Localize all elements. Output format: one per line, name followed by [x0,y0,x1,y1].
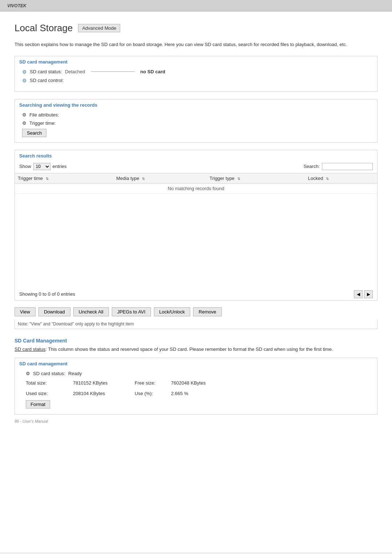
used-size-label: Used size: [26,390,73,397]
trigger-time-label: Trigger time: [29,120,56,126]
sort-arrows-locked[interactable]: ⇅ [326,177,329,181]
col-trigger-time-label: Trigger time [18,176,43,181]
sd-card-management-content: ⚙ SD card status: Detached no SD card ⚙ … [15,66,377,91]
searching-box: Searching and viewing the records ⚙ File… [15,99,377,143]
view-button[interactable]: View [15,307,36,316]
top-bar: VIVOTEK [0,0,392,12]
sd-mgmt-status-label: SD card status: [33,371,65,376]
sort-arrows-trigger-type[interactable]: ⇅ [237,177,240,181]
results-header-right: Search: [303,163,373,170]
col-media-type: Media type ⇅ [113,173,207,183]
used-size-value: 208104 KBytes [73,390,135,397]
format-button[interactable]: Format [26,400,50,409]
show-label: Show [19,164,31,169]
next-page-button[interactable]: ▶ [364,290,373,298]
action-buttons-row: View Download Uncheck All JPEGs to AVI L… [15,304,377,319]
free-size-label: Free size: [135,379,171,387]
gear-icon-1: ⚙ [22,69,27,75]
empty-space [15,194,377,288]
results-header: Show 10 25 50 100 entries Search: [15,160,377,173]
page-title-row: Local Storage Advanced Mode [15,22,377,34]
no-records-text: No matching records found [15,183,377,193]
sd-card-management-title: SD card management [15,56,377,66]
remove-button[interactable]: Remove [193,307,221,316]
page-description: This section explains how to manage the … [15,41,377,49]
trigger-time-row: ⚙ Trigger time: [22,120,370,126]
advanced-mode-button[interactable]: Advanced Mode [78,24,120,32]
sd-card-management-box: SD card management ⚙ SD card status: Det… [15,56,377,92]
pagination-buttons: ◀ ▶ [354,290,373,298]
results-table-body: No matching records found [15,183,377,193]
sd-no-card-text: no SD card [140,69,166,74]
sd-status-label: SD card status: [30,69,62,74]
search-label: Search: [303,164,320,169]
col-trigger-type-label: Trigger type [209,176,234,181]
sd-card-section-paragraph: SD card status: This column shows the st… [15,346,377,353]
sd-dash-line [91,71,135,72]
showing-text: Showing 0 to 0 of 0 entries [19,291,75,297]
search-results-title: Search results [15,150,377,160]
sd-status-rest: : This column shows the status and reser… [45,346,333,352]
page-title: Local Storage [15,22,73,34]
total-size-label: Total size: [26,379,73,387]
searching-title: Searching and viewing the records [15,99,377,109]
sd-mgmt-detail-box: SD card management ⚙ SD card status: Rea… [15,358,377,415]
results-search-input[interactable] [322,163,373,170]
free-size-value: 7602048 KBytes [171,379,233,387]
brand-label: VIVOTEK [7,3,26,8]
prev-page-button[interactable]: ◀ [354,290,363,298]
sd-mgmt-status-value: Ready [68,371,82,376]
lock-unlock-button[interactable]: Lock/Unlock [154,307,191,316]
sort-arrows-media-type[interactable]: ⇅ [142,177,145,181]
show-entries-select[interactable]: 10 25 50 100 [33,163,50,170]
results-table: Trigger time ⇅ Media type ⇅ Trigger type… [15,173,377,194]
sd-control-label: SD card control: [30,78,64,83]
note-text: Note: "View" and "Download" only apply t… [15,319,377,329]
uncheck-all-button[interactable]: Uncheck All [73,307,109,316]
gear-icon-5: ⚙ [26,371,30,376]
sd-status-underline: SD card status [15,346,45,352]
search-button[interactable]: Search [22,129,46,137]
col-media-type-label: Media type [116,176,139,181]
col-trigger-time: Trigger time ⇅ [15,173,113,183]
col-locked-label: Locked [308,176,323,181]
results-table-header-row: Trigger time ⇅ Media type ⇅ Trigger type… [15,173,377,183]
file-attr-row: ⚙ File attributes: [22,112,370,118]
gear-icon-3: ⚙ [22,112,26,118]
entries-label: entries [53,164,67,169]
use-pct-label: Use (%): [135,390,171,397]
main-content: Local Storage Advanced Mode This section… [0,12,392,552]
sd-mgmt-grid: Total size: 7810152 KBytes Free size: 76… [26,379,366,397]
col-locked: Locked ⇅ [305,173,377,183]
sd-status-value: Detached [65,69,85,74]
gear-icon-4: ⚙ [22,120,26,126]
search-results-box: Search results Show 10 25 50 100 entries… [15,150,377,301]
download-button[interactable]: Download [38,307,70,316]
file-attr-label: File attributes: [29,112,59,118]
col-trigger-type: Trigger type ⇅ [207,173,305,183]
sd-mgmt-detail-content: ⚙ SD card status: Ready Total size: 7810… [15,368,377,414]
sd-mgmt-box-title: SD card management [15,358,377,368]
total-size-value: 7810152 KBytes [73,379,135,387]
results-footer: Showing 0 to 0 of 0 entries ◀ ▶ [15,288,377,300]
no-records-row: No matching records found [15,183,377,193]
sd-status-row: ⚙ SD card status: Detached no SD card [22,69,370,75]
searching-content: ⚙ File attributes: ⚙ Trigger time: Searc… [15,109,377,142]
sd-control-row: ⚙ SD card control: [22,78,370,83]
jpegs-to-avi-button[interactable]: JPEGs to AVI [112,307,151,316]
sd-card-section-heading: SD Card Management [15,338,377,344]
results-table-head: Trigger time ⇅ Media type ⇅ Trigger type… [15,173,377,183]
sd-mgmt-status-row: ⚙ SD card status: Ready [26,371,366,376]
sort-arrows-trigger-time[interactable]: ⇅ [46,177,49,181]
use-pct-value: 2.665 % [171,390,233,397]
gear-icon-2: ⚙ [22,78,27,83]
results-header-left: Show 10 25 50 100 entries [19,163,67,170]
page-footer: 86 - User's Manual [15,415,377,423]
